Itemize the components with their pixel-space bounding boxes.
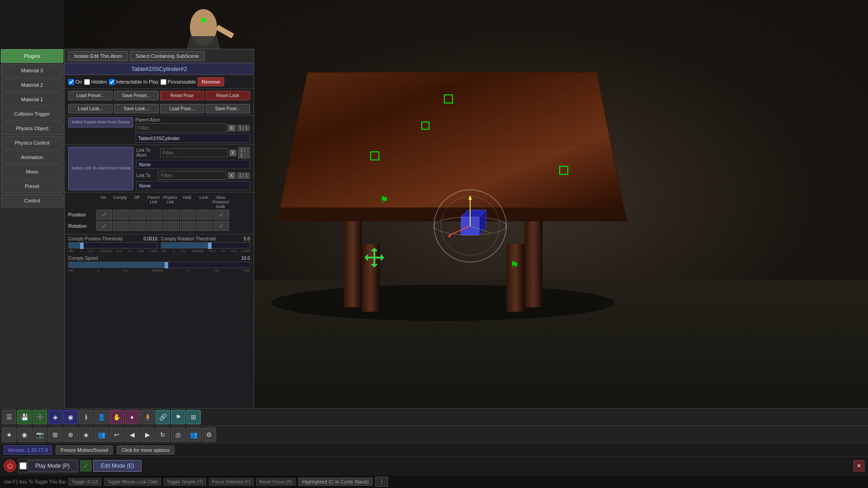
sidebar-item-animation[interactable]: Animation	[1, 150, 63, 164]
toolbar-camera-icon[interactable]: 📷	[33, 427, 47, 442]
toolbar-person2-icon[interactable]: 🧍	[140, 410, 155, 424]
reset-look-btn[interactable]: Reset Look	[206, 91, 250, 100]
position-physics-link-cell[interactable]	[163, 210, 179, 220]
select-parent-btn[interactable]: Select Parent Atom From Scene	[68, 117, 133, 127]
rotation-comply-cell[interactable]	[113, 221, 129, 231]
toolbar-play-icon[interactable]: ▶	[140, 427, 155, 442]
toolbar-circle-icon[interactable]: ◉	[17, 427, 32, 442]
reset-focus-shortcut[interactable]: Reset Focus (R)	[256, 478, 296, 486]
hidden-checkbox[interactable]: Hidden	[84, 79, 107, 85]
toolbar-menu-icon[interactable]: ☰	[2, 410, 16, 424]
sidebar-item-control[interactable]: Control	[1, 194, 63, 207]
toolbar-scene-icon[interactable]: ◈	[48, 410, 62, 424]
sidebar-item-plugins[interactable]: Plugins	[1, 49, 63, 63]
link-to-input[interactable]	[158, 171, 226, 180]
position-hold-cell[interactable]	[180, 210, 196, 220]
toggle-ui-shortcut[interactable]: Toggle UI (U)	[68, 478, 101, 486]
rotation-off-cell[interactable]	[130, 221, 146, 231]
sidebar-item-preset[interactable]: Preset	[1, 179, 63, 193]
toolbar-grid-icon[interactable]: ⊞	[48, 427, 62, 442]
toolbar-save-icon[interactable]: 💾	[17, 410, 32, 424]
rotation-lock-cell[interactable]	[197, 221, 212, 231]
toolbar-star-icon[interactable]: ★	[2, 427, 16, 442]
sidebar-item-material2[interactable]: Material 2	[1, 78, 63, 92]
toolbar-flag-icon[interactable]: ⚑	[171, 410, 185, 424]
toolbar-person-icon[interactable]: 👤	[94, 410, 108, 424]
version-bar: Version: 1.20.77.9 Freeze Motion/Sound C…	[0, 443, 868, 456]
sidebar-item-collision[interactable]: Collision Trigger	[1, 107, 63, 121]
parent-filter-input[interactable]	[136, 123, 226, 132]
position-off-cell[interactable]	[130, 210, 146, 220]
rotation-parent-link-cell[interactable]	[146, 221, 162, 231]
interactable-checkbox[interactable]: Interactable In Play	[109, 79, 159, 85]
position-lock-cell[interactable]	[197, 210, 212, 220]
toolbar-plus2-icon[interactable]: ⊞	[186, 410, 201, 424]
load-pose-btn[interactable]: Load Pose...	[160, 104, 204, 113]
toolbar-link-icon[interactable]: 🔗	[156, 410, 170, 424]
play-mode-btn[interactable]: Play Mode (P)	[28, 460, 77, 472]
save-pose-btn[interactable]: Save Pose...	[206, 104, 250, 113]
close-btn[interactable]: ✕	[854, 460, 864, 471]
toggle-mouse-lock-shortcut[interactable]: Toggle Mouse Lock (Tab)	[104, 478, 161, 486]
rotation-hold-cell[interactable]	[180, 221, 196, 231]
col-physics-link: Physics Link	[162, 195, 178, 209]
parent-filter-clear[interactable]: X	[228, 125, 236, 131]
parent-atom-label: Parent Atom	[136, 117, 250, 122]
shortcut-more-btn[interactable]: ⋮	[375, 477, 388, 487]
sidebar-item-physics-object[interactable]: Physics Object	[1, 122, 63, 135]
shortcut-bar: Use F1 Key To Toggle This Bar Toggle UI …	[0, 475, 868, 488]
comply-rotation-slider[interactable]	[161, 242, 250, 249]
focus-selected-shortcut[interactable]: Focus Selected (F)	[209, 478, 253, 486]
on-checkbox[interactable]: On	[68, 79, 82, 85]
sidebar-item-physics-control[interactable]: Physics Control	[1, 136, 63, 150]
toolbar-special-icon[interactable]: ♦	[125, 410, 139, 424]
edit-mode-check[interactable]: ✓	[80, 460, 91, 471]
position-on-cell[interactable]: ✓	[96, 210, 112, 220]
sidebar-item-move[interactable]: Move	[1, 165, 63, 178]
select-subscene-btn[interactable]: Select Containing SubScene	[130, 51, 205, 61]
position-allow-cell[interactable]: ✓	[213, 210, 229, 220]
toolbar-hand-icon[interactable]: ✋	[109, 410, 124, 424]
link-to-atom-clear[interactable]: X	[229, 150, 237, 156]
remove-btn[interactable]: Remove	[198, 77, 224, 86]
isolate-edit-btn[interactable]: Isolate Edit This Atom	[68, 51, 128, 61]
toolbar-diamond-icon[interactable]: ◈	[79, 427, 93, 442]
load-preset-btn[interactable]: Load Preset...	[68, 91, 113, 100]
save-look-btn[interactable]: Save Look...	[114, 104, 158, 113]
power-button[interactable]: ⏻	[4, 460, 16, 472]
rotation-on-cell[interactable]: ✓	[96, 221, 112, 231]
toolbar-people-icon[interactable]: 👥	[94, 427, 108, 442]
toolbar-target-icon[interactable]: ◎	[171, 427, 185, 442]
freeze-motion-btn[interactable]: Freeze Motion/Sound	[56, 446, 113, 455]
more-options-btn[interactable]: Click for more options	[117, 446, 175, 455]
position-comply-cell[interactable]	[113, 210, 129, 220]
toolbar-add-icon[interactable]: ➕	[33, 410, 47, 424]
play-mode-checkbox[interactable]	[19, 462, 27, 469]
toolbar-atom-icon[interactable]: ◉	[63, 410, 78, 424]
sidebar-item-material3[interactable]: Material 3	[1, 64, 63, 77]
comply-speed-slider[interactable]	[68, 262, 250, 268]
possessable-checkbox[interactable]: Possessable	[160, 79, 196, 85]
rotation-allow-cell[interactable]: ✓	[213, 221, 229, 231]
toolbar-reset-icon[interactable]: ↻	[156, 427, 170, 442]
link-to-atom-input[interactable]	[160, 148, 228, 157]
comply-position-labels: -90-1-0.1Default0.1+1+10+100	[68, 249, 157, 253]
position-parent-link-cell[interactable]	[146, 210, 162, 220]
rotation-physics-link-cell[interactable]	[163, 221, 179, 231]
toolbar-info-icon[interactable]: ℹ	[79, 410, 93, 424]
toggle-targets-shortcut[interactable]: Toggle Targets (T)	[164, 478, 206, 486]
sidebar-item-material1[interactable]: Material 1	[1, 93, 63, 106]
toolbar-prev-icon[interactable]: ◀	[125, 427, 139, 442]
comply-position-slider[interactable]	[68, 242, 157, 249]
save-preset-btn[interactable]: Save Preset...	[114, 91, 158, 100]
toolbar-undo-icon[interactable]: ↩	[109, 427, 124, 442]
toolbar-group-icon[interactable]: 👥	[186, 427, 201, 442]
select-link-btn[interactable]: Select Link To Atom From Scene	[68, 147, 133, 190]
edit-mode-btn[interactable]: Edit Mode (E)	[93, 460, 142, 472]
link-to-clear[interactable]: X	[228, 172, 236, 179]
toolbar-move-icon[interactable]: ⊕	[63, 427, 78, 442]
link-to-atom-row: Link To Atom X 1 / 1	[136, 147, 250, 159]
load-look-btn[interactable]: Load Look...	[68, 104, 113, 113]
toolbar-gear-icon[interactable]: ⚙	[202, 427, 216, 442]
reset-pose-btn[interactable]: Reset Pose	[160, 91, 204, 100]
